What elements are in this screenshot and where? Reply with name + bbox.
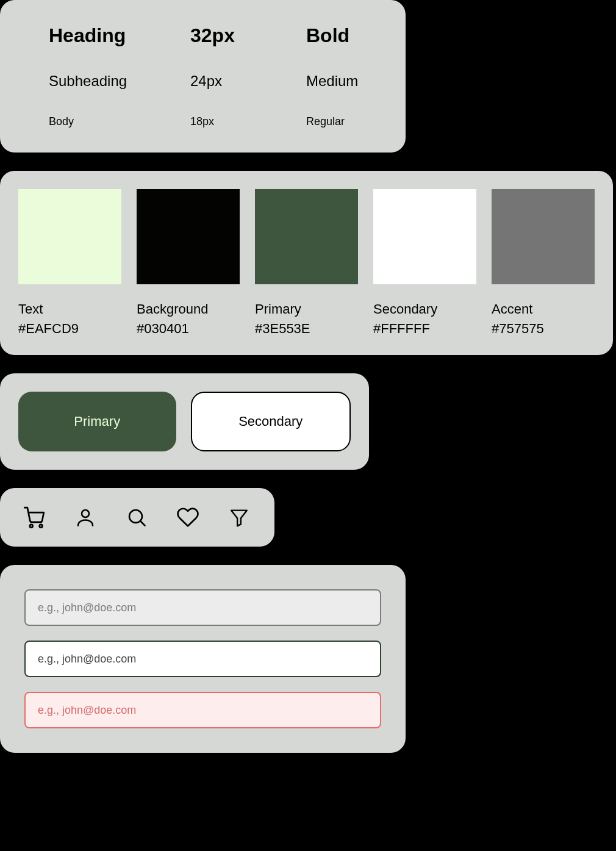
typography-row-subheading: Subheading 24px Medium bbox=[49, 73, 406, 90]
buttons-card: Primary Secondary bbox=[0, 373, 369, 470]
primary-button-label: Primary bbox=[74, 414, 120, 429]
typography-row-heading: Heading 32px Bold bbox=[49, 24, 406, 47]
inputs-card bbox=[0, 565, 406, 753]
user-icon[interactable] bbox=[73, 505, 98, 530]
email-input-active[interactable] bbox=[24, 641, 381, 677]
swatch-hex: #3E553E bbox=[255, 321, 358, 337]
icons-card bbox=[0, 488, 274, 547]
search-icon[interactable] bbox=[124, 505, 149, 530]
swatch-hex: #757575 bbox=[492, 321, 595, 337]
swatch-label: Text bbox=[18, 301, 121, 317]
svg-point-0 bbox=[30, 525, 33, 528]
swatch-label: Primary bbox=[255, 301, 358, 317]
svg-line-4 bbox=[140, 521, 145, 526]
swatch-label: Background bbox=[137, 301, 240, 317]
swatch-accent: Accent #757575 bbox=[492, 189, 595, 337]
swatch-text: Text #EAFCD9 bbox=[18, 189, 121, 337]
swatch-secondary: Secondary #FFFFFF bbox=[373, 189, 476, 337]
primary-button[interactable]: Primary bbox=[18, 392, 176, 451]
swatch-background: Background #030401 bbox=[137, 189, 240, 337]
typography-label: Heading bbox=[49, 24, 190, 47]
swatch-color bbox=[492, 189, 595, 284]
swatch-color bbox=[18, 189, 121, 284]
swatch-label: Secondary bbox=[373, 301, 476, 317]
typography-size: 24px bbox=[190, 73, 306, 90]
heart-icon[interactable] bbox=[176, 505, 200, 530]
swatch-primary: Primary #3E553E bbox=[255, 189, 358, 337]
typography-weight: Regular bbox=[306, 115, 345, 128]
swatch-label: Accent bbox=[492, 301, 595, 317]
secondary-button-label: Secondary bbox=[238, 414, 303, 429]
typography-weight: Bold bbox=[306, 24, 349, 47]
swatch-hex: #FFFFFF bbox=[373, 321, 476, 337]
email-input-error[interactable] bbox=[24, 692, 381, 728]
typography-card: Heading 32px Bold Subheading 24px Medium… bbox=[0, 0, 406, 153]
filter-icon[interactable] bbox=[227, 505, 251, 530]
typography-row-body: Body 18px Regular bbox=[49, 115, 406, 128]
typography-label: Subheading bbox=[49, 73, 190, 90]
swatch-hex: #030401 bbox=[137, 321, 240, 337]
svg-point-1 bbox=[40, 525, 43, 528]
swatch-color bbox=[373, 189, 476, 284]
typography-size: 32px bbox=[190, 24, 306, 47]
swatch-color bbox=[255, 189, 358, 284]
swatch-hex: #EAFCD9 bbox=[18, 321, 121, 337]
typography-label: Body bbox=[49, 115, 190, 128]
secondary-button[interactable]: Secondary bbox=[191, 392, 351, 451]
color-palette-card: Text #EAFCD9 Background #030401 Primary … bbox=[0, 171, 613, 355]
typography-weight: Medium bbox=[306, 73, 358, 90]
svg-point-2 bbox=[82, 510, 89, 517]
typography-size: 18px bbox=[190, 115, 306, 128]
svg-marker-5 bbox=[231, 511, 247, 526]
swatch-color bbox=[137, 189, 240, 284]
email-input-default[interactable] bbox=[24, 589, 381, 626]
cart-icon[interactable] bbox=[22, 505, 46, 530]
